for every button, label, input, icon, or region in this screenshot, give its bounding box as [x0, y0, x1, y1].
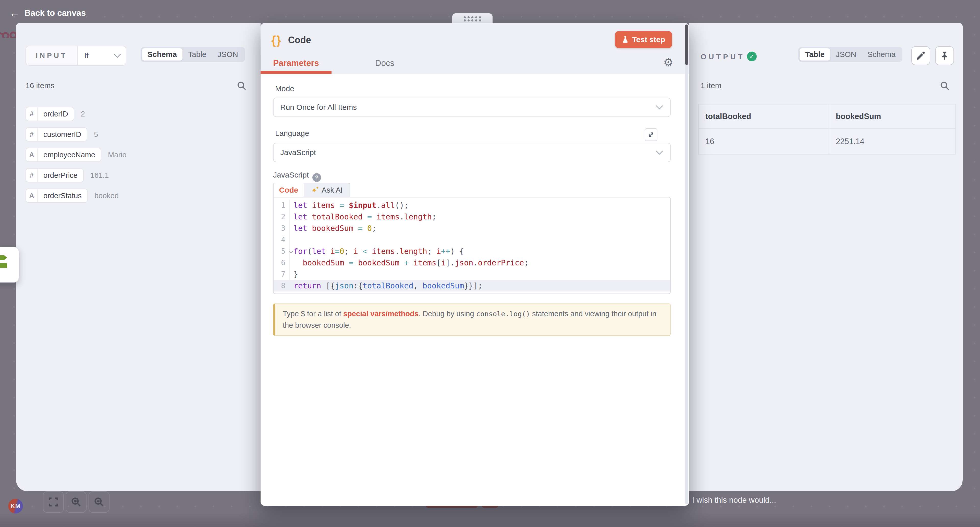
chevron-down-icon	[655, 150, 663, 155]
code-line: 7}	[274, 268, 670, 280]
tab-output-json[interactable]: JSON	[830, 48, 862, 61]
schema-field-pill[interactable]: # customerID	[25, 127, 87, 142]
output-table: totalBooked bookedSum 16 2251.14	[698, 104, 956, 155]
tab-input-table[interactable]: Table	[183, 48, 212, 61]
code-node-icon: {}	[271, 33, 282, 47]
column-header: totalBooked	[699, 104, 829, 129]
column-header: bookedSum	[829, 104, 955, 129]
edit-output-button[interactable]	[912, 46, 930, 65]
input-search-icon[interactable]	[237, 81, 247, 91]
code-editor[interactable]: 1let items = $input.all(); 2let totalBoo…	[273, 197, 671, 294]
output-panel: OUTPUT ✓ Table JSON Schema 1 item totalB…	[689, 23, 963, 491]
node-feedback-label: I wish this node would...	[692, 495, 776, 505]
number-type-icon: #	[26, 107, 38, 121]
schema-row: A employeeName Mario	[25, 148, 127, 162]
help-icon[interactable]: ?	[312, 173, 321, 182]
input-source-node-name: If	[84, 51, 89, 60]
zoom-in-icon	[71, 497, 81, 507]
arrow-left-icon: ←	[9, 8, 20, 18]
javascript-field-label: JavaScript?	[273, 171, 321, 182]
output-display-mode-tabs: Table JSON Schema	[798, 47, 902, 62]
schema-field-value: Mario	[108, 151, 127, 159]
expand-icon	[648, 131, 655, 138]
user-avatar[interactable]: KM	[8, 499, 23, 513]
if-node-badge[interactable]	[0, 247, 19, 283]
string-type-icon: A	[26, 148, 38, 161]
schema-field-pill[interactable]: A orderStatus	[25, 188, 88, 203]
zoom-out-button[interactable]	[89, 491, 110, 513]
test-step-button[interactable]: Test step	[615, 31, 672, 48]
input-panel-title: INPUT	[26, 46, 78, 65]
code-line: 5 for(let i=0; i < items.length; i++) {	[274, 246, 670, 257]
tab-docs[interactable]: Docs	[375, 58, 394, 68]
node-settings-gear-icon[interactable]: ⚙	[663, 56, 673, 69]
schema-row: # orderPrice 161.1	[25, 168, 109, 182]
tab-output-table[interactable]: Table	[800, 48, 830, 61]
schema-field-value: 161.1	[90, 171, 109, 180]
code-line: 3let bookedSum = 0;	[274, 222, 670, 234]
output-table-row: 16 2251.14	[699, 129, 955, 154]
tab-parameters[interactable]: Parameters	[273, 58, 319, 68]
schema-field-pill[interactable]: # orderID	[25, 107, 74, 121]
code-line: 4	[274, 234, 670, 246]
output-items-count: 1 item	[700, 81, 721, 90]
input-source-select[interactable]: INPUT If	[25, 46, 126, 65]
code-line: 6 bookedSum = bookedSum + items[i].json.…	[274, 257, 670, 268]
fold-chevron-icon[interactable]	[289, 251, 293, 254]
special-vars-link[interactable]: special vars/methods	[343, 310, 418, 318]
schema-row: A orderStatus booked	[25, 188, 119, 203]
chevron-down-icon	[114, 53, 121, 58]
back-to-canvas-button[interactable]: ← Back to canvas	[9, 8, 86, 18]
if-node-icon	[0, 254, 10, 276]
zoom-in-button[interactable]	[65, 491, 86, 513]
code-line: 1let items = $input.all();	[274, 200, 670, 211]
cell-totalBooked: 16	[699, 129, 829, 154]
success-check-icon: ✓	[747, 52, 757, 61]
schema-field-value: booked	[94, 192, 119, 200]
output-table-header-row: totalBooked bookedSum	[699, 104, 955, 129]
output-search-icon[interactable]	[940, 81, 950, 91]
chevron-down-icon	[655, 105, 663, 110]
language-select[interactable]: JavaScript	[273, 143, 671, 162]
number-type-icon: #	[26, 169, 38, 182]
tab-output-schema[interactable]: Schema	[862, 48, 901, 61]
fit-view-button[interactable]	[43, 491, 64, 513]
code-node-modal: {} Code Test step Parameters Docs ⚙ Mode…	[261, 23, 689, 506]
pin-icon	[940, 51, 950, 61]
flask-icon	[622, 36, 628, 43]
schema-field-value: 2	[81, 110, 85, 118]
tab-ask-ai[interactable]: ✦✦ Ask AI	[304, 183, 350, 197]
editor-hint-box: Type $ for a list of special vars/method…	[273, 303, 671, 336]
test-step-label: Test step	[632, 35, 665, 44]
language-label: Language	[275, 129, 309, 138]
output-panel-title: OUTPUT	[700, 53, 745, 61]
back-to-canvas-label: Back to canvas	[24, 8, 86, 18]
pin-output-button[interactable]	[935, 46, 954, 65]
mode-select[interactable]: Run Once for All Items	[273, 97, 671, 117]
tab-code[interactable]: Code	[273, 183, 304, 197]
input-items-count: 16 items	[25, 81, 54, 90]
schema-row: # orderID 2	[25, 107, 85, 121]
schema-field-pill[interactable]: # orderPrice	[25, 168, 84, 182]
pencil-icon	[916, 51, 926, 61]
modal-scrollbar[interactable]	[685, 24, 688, 504]
tab-input-schema[interactable]: Schema	[142, 48, 183, 61]
fit-view-icon	[48, 497, 59, 507]
string-type-icon: A	[26, 189, 38, 202]
number-type-icon: #	[26, 128, 38, 141]
code-line-active: 8return [{json:{totalBooked, bookedSum}}…	[274, 280, 670, 291]
cell-bookedSum: 2251.14	[829, 129, 955, 154]
tab-input-json[interactable]: JSON	[212, 48, 244, 61]
input-panel: INPUT If Schema Table JSON 16 items # or…	[16, 23, 261, 491]
n8n-node-details-view: ← Back to canvas KM	[0, 0, 980, 527]
expand-editor-button[interactable]	[645, 128, 657, 141]
editor-tabs: Code ✦✦ Ask AI	[273, 183, 350, 197]
node-feedback-prompt[interactable]: I wish this node would...	[680, 495, 776, 505]
zoom-out-icon	[94, 497, 104, 507]
mode-label: Mode	[275, 84, 294, 93]
schema-field-pill[interactable]: A employeeName	[25, 148, 101, 162]
node-title[interactable]: Code	[288, 35, 311, 45]
code-line: 2let totalBooked = items.length;	[274, 211, 670, 222]
schema-field-value: 5	[94, 130, 98, 139]
sparkles-icon: ✦✦	[311, 186, 319, 194]
